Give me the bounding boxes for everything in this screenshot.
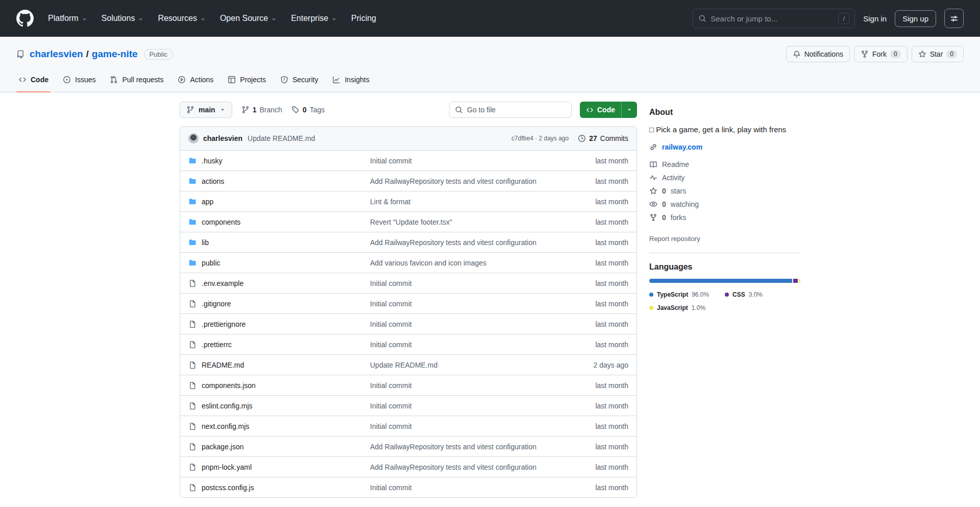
languages-bar[interactable] (649, 279, 800, 283)
file-commit-date-link[interactable]: last month (557, 381, 628, 390)
file-commit-date-link[interactable]: last month (557, 259, 628, 267)
tab-code[interactable]: Code (11, 67, 56, 92)
file-commit-date-link[interactable]: last month (557, 463, 628, 471)
language-legend-item[interactable]: JavaScript 1.0% (649, 304, 725, 311)
file-commit-message-link[interactable]: Revert "Update footer.tsx" (370, 218, 557, 226)
file-name-link[interactable]: components (202, 218, 240, 226)
nav-platform[interactable]: Platform (48, 14, 87, 23)
commit-sha-time[interactable]: c7dfbe4 · 2 days ago (511, 135, 569, 142)
file-commit-message-link[interactable]: Add RailwayRepository tests and vitest c… (370, 177, 557, 185)
file-commit-date-link[interactable]: last month (557, 218, 628, 226)
file-commit-date-link[interactable]: last month (557, 177, 628, 185)
file-commit-message-link[interactable]: Lint & format (370, 198, 557, 206)
github-logo-icon[interactable] (16, 10, 34, 27)
file-commit-message-link[interactable]: Initial commit (370, 381, 557, 390)
tab-label: Projects (240, 76, 266, 84)
tab-actions[interactable]: Actions (170, 67, 220, 92)
file-name-link[interactable]: actions (202, 177, 224, 185)
tags-link[interactable]: 0 Tags (291, 106, 325, 114)
command-palette-button[interactable] (944, 9, 964, 28)
commit-message-link[interactable]: Update README.md (248, 134, 315, 142)
file-commit-message-link[interactable]: Update README.md (370, 361, 557, 369)
repo-name-link[interactable]: game-nite (92, 49, 138, 60)
code-dropdown-button[interactable]: Code (580, 102, 637, 118)
search-input[interactable]: Search or jump to... / (693, 9, 855, 28)
nav-solutions[interactable]: Solutions (102, 14, 144, 23)
repo-website-link[interactable]: railway.com (649, 143, 800, 151)
file-commit-date-link[interactable]: 2 days ago (557, 361, 628, 369)
file-name-link[interactable]: postcss.config.js (202, 484, 254, 492)
file-name-link[interactable]: .husky (202, 157, 222, 165)
file-name-link[interactable]: eslint.config.mjs (202, 402, 253, 410)
file-commit-date-link[interactable]: last month (557, 422, 628, 430)
activity-link[interactable]: Activity (649, 174, 800, 182)
nav-label: Open Source (220, 14, 268, 23)
file-commit-date-link[interactable]: last month (557, 198, 628, 206)
tab-issues[interactable]: Issues (56, 67, 103, 92)
tab-insights[interactable]: Insights (325, 67, 376, 92)
file-commit-message-link[interactable]: Initial commit (370, 279, 557, 287)
language-legend-item[interactable]: TypeScript 96.0% (649, 291, 725, 298)
file-name-link[interactable]: app (202, 198, 213, 206)
file-commit-message-link[interactable]: Add RailwayRepository tests and vitest c… (370, 238, 557, 247)
file-name-link[interactable]: README.md (202, 361, 244, 369)
code-dropdown-caret[interactable] (621, 102, 637, 118)
file-commit-date-link[interactable]: last month (557, 238, 628, 247)
file-commit-message-link[interactable]: Add various favicon and icon images (370, 259, 557, 267)
commit-history-link[interactable]: 27 Commits (578, 134, 628, 142)
file-commit-message-link[interactable]: Initial commit (370, 157, 557, 165)
report-repository-link[interactable]: Report repository (649, 235, 700, 243)
tab-security[interactable]: Security (273, 67, 326, 92)
sign-up-button[interactable]: Sign up (895, 10, 936, 27)
file-name-link[interactable]: .prettierignore (202, 320, 246, 328)
file-name-link[interactable]: lib (202, 238, 209, 247)
commit-author-avatar[interactable] (188, 133, 199, 143)
file-commit-date-link[interactable]: last month (557, 300, 628, 308)
file-commit-message-link[interactable]: Add RailwayRepository tests and vitest c… (370, 463, 557, 471)
stars-link[interactable]: 0 stars (649, 187, 800, 195)
language-name: JavaScript (657, 304, 688, 311)
star-button[interactable]: Star 0 (912, 46, 964, 62)
notifications-button[interactable]: Notifications (786, 46, 850, 62)
tab-pull-requests[interactable]: Pull requests (103, 67, 170, 92)
file-commit-date-link[interactable]: last month (557, 341, 628, 349)
file-commit-message-link[interactable]: Initial commit (370, 320, 557, 328)
file-name-link[interactable]: pnpm-lock.yaml (202, 463, 252, 471)
nav-enterprise[interactable]: Enterprise (291, 14, 337, 23)
fork-button[interactable]: Fork 0 (854, 46, 908, 62)
sign-in-link[interactable]: Sign in (863, 14, 887, 23)
file-commit-message-link[interactable]: Initial commit (370, 300, 557, 308)
file-commit-date-link[interactable]: last month (557, 279, 628, 287)
commit-author-link[interactable]: charlesvien (203, 134, 242, 142)
file-commit-message-link[interactable]: Initial commit (370, 341, 557, 349)
branch-selector[interactable]: main (180, 102, 232, 118)
branches-label: Branch (259, 106, 282, 114)
file-commit-date-link[interactable]: last month (557, 157, 628, 165)
nav-resources[interactable]: Resources (158, 14, 205, 23)
file-commit-message-link[interactable]: Initial commit (370, 422, 557, 430)
file-name-link[interactable]: .prettierrc (202, 341, 232, 349)
file-commit-date-link[interactable]: last month (557, 484, 628, 492)
branches-link[interactable]: 1 Branch (241, 106, 282, 114)
file-commit-date-link[interactable]: last month (557, 320, 628, 328)
file-name-link[interactable]: package.json (202, 443, 244, 451)
file-name-link[interactable]: .gitignore (202, 300, 231, 308)
file-commit-date-link[interactable]: last month (557, 402, 628, 410)
language-legend-item[interactable]: CSS 3.0% (725, 291, 800, 298)
watching-link[interactable]: 0 watching (649, 200, 800, 208)
file-commit-date-link[interactable]: last month (557, 443, 628, 451)
go-to-file-input[interactable]: Go to file (449, 102, 572, 118)
nav-open-source[interactable]: Open Source (220, 14, 277, 23)
file-name-link[interactable]: .env.example (202, 279, 243, 287)
file-name-link[interactable]: components.json (202, 381, 256, 390)
file-commit-message-link[interactable]: Add RailwayRepository tests and vitest c… (370, 443, 557, 451)
tab-projects[interactable]: Projects (220, 67, 273, 92)
file-commit-message-link[interactable]: Initial commit (370, 402, 557, 410)
forks-link[interactable]: 0 forks (649, 213, 800, 222)
repo-owner-link[interactable]: charlesvien (30, 49, 83, 60)
readme-link[interactable]: Readme (649, 160, 800, 168)
nav-pricing[interactable]: Pricing (351, 14, 376, 23)
file-name-link[interactable]: public (202, 259, 220, 267)
file-commit-message-link[interactable]: Initial commit (370, 484, 557, 492)
file-name-link[interactable]: next.config.mjs (202, 422, 249, 430)
